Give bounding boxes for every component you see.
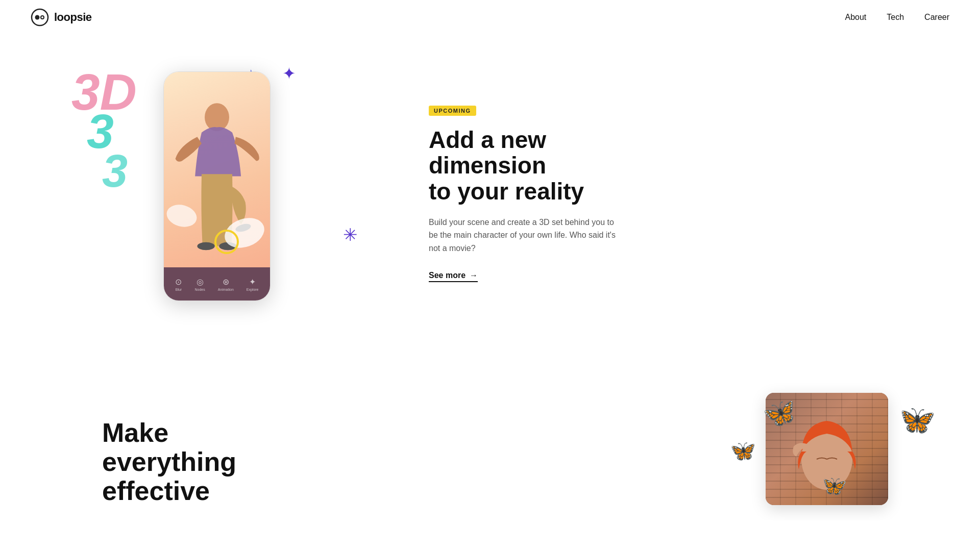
title-line-2: to your reality [429,178,584,205]
section-3d-dimension: 3D 3 3 ✦ ✳ [0,41,980,357]
phone-nav-animation: ⊛ Animation [218,277,234,291]
phone-nav-explore: ✦ Explore [247,277,259,291]
butterfly-1: 🦋 [761,395,799,432]
svg-point-4 [197,242,214,250]
butterfly-3: 🦋 [895,399,938,441]
butterfly-2: 🦋 [729,438,756,464]
explore-label: Explore [247,288,259,291]
deco-3d-text-3: 3 [102,148,128,194]
svg-point-1 [35,15,40,20]
animation-icon: ⊛ [223,277,229,287]
phone-nav-blur: ⊙ Blur [175,277,182,291]
cursor-circle [214,230,239,254]
animation-label: Animation [218,288,234,291]
svg-point-3 [205,103,229,131]
section-3d-content: UPCOMING Add a new dimension to your rea… [368,106,623,283]
nav-links: About Tech Career [845,13,949,22]
nav-link-tech[interactable]: Tech [887,13,904,22]
section-3d-description: Build your scene and create a 3D set beh… [429,216,623,255]
butterflies-title-line1: Make everything [102,418,236,477]
main-content: 3D 3 3 ✦ ✳ [0,0,980,520]
blur-icon: ⊙ [175,277,182,287]
nav-link-about[interactable]: About [845,13,866,22]
asterisk-purple-large: ✳ [343,224,357,245]
butterfly-visual-area: 🦋 🦋 🦋 🦋 [327,388,939,520]
asterisk-purple-top: ✦ [282,64,296,83]
arrow-right-icon: → [470,271,478,280]
nodes-label: Nodes [194,288,205,291]
section-butterflies-title: Make everything effective [102,418,296,506]
phone-bottom-nav: ⊙ Blur ◎ Nodes ⊛ Animation ✦ Explore [164,267,270,300]
title-line-1: Add a new dimension [429,127,546,179]
explore-icon: ✦ [249,277,256,287]
svg-point-0 [32,9,48,26]
section-3d-title: Add a new dimension to your reality [429,127,623,205]
see-more-button[interactable]: See more → [429,271,478,282]
section-butterflies-text: Make everything effective [102,388,296,506]
blur-label: Blur [176,288,182,291]
upcoming-badge: UPCOMING [429,106,476,116]
phone-nav-nodes: ◎ Nodes [194,277,205,291]
phone-mockup: ⊙ Blur ◎ Nodes ⊛ Animation ✦ Explore [163,71,271,301]
nav-link-career[interactable]: Career [924,13,949,22]
see-more-label: See more [429,271,465,280]
logo[interactable]: loopsie [31,8,92,27]
navigation: loopsie About Tech Career [0,0,980,35]
butterfly-4: 🦋 [822,473,848,498]
logo-text: loopsie [54,11,92,24]
nodes-icon: ◎ [197,277,204,287]
butterflies-title-line2: effective [102,476,210,506]
section-butterflies: Make everything effective [0,357,980,520]
svg-point-2 [41,16,44,19]
phone-visual-area: 3D 3 3 ✦ ✳ [102,61,368,327]
logo-icon [31,8,49,27]
